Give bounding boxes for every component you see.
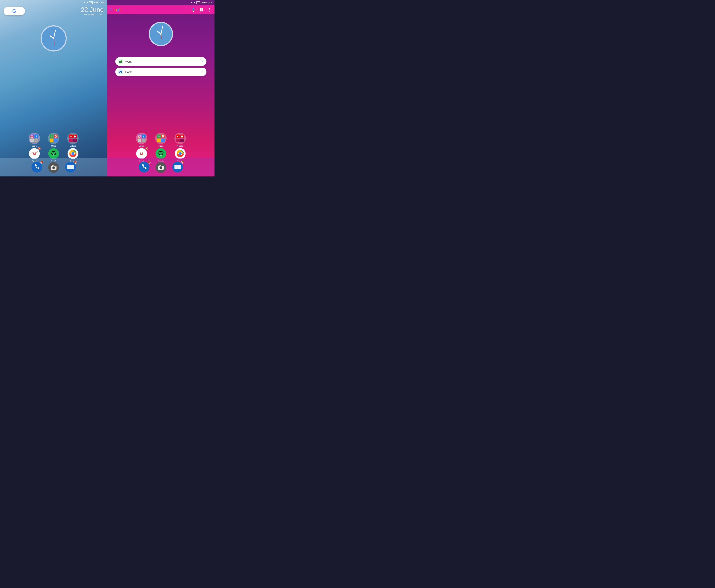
svg-point-16 <box>33 135 33 136</box>
svg-rect-55 <box>199 10 201 12</box>
svg-rect-39 <box>52 165 54 166</box>
dock-phone-right[interactable]: 3 <box>138 162 150 174</box>
dock-messages-right[interactable]: 2 <box>172 162 183 174</box>
app-maps-right[interactable]: G Maps <box>154 133 168 147</box>
svg-text:G: G <box>158 135 160 137</box>
clock-widget-left <box>40 25 67 52</box>
task-card-work-menu[interactable]: ≡ <box>202 60 204 63</box>
svg-rect-4 <box>95 2 95 3</box>
battery-icon <box>96 2 99 4</box>
svg-rect-6 <box>96 2 98 3</box>
svg-point-75 <box>163 136 163 136</box>
task-card-home[interactable]: Home ≡ <box>115 68 207 76</box>
signal-icon <box>93 2 96 4</box>
svg-rect-56 <box>202 10 203 12</box>
lte-icon-r: LTE <box>196 1 200 4</box>
svg-rect-3 <box>94 2 95 3</box>
lte-icon: LTE <box>89 1 92 4</box>
app-social-right[interactable]: f Social <box>134 133 149 147</box>
arrow-up-right[interactable]: ∧ <box>160 153 162 157</box>
svg-rect-45 <box>202 2 202 3</box>
app-maps-label-right: Maps <box>159 145 163 147</box>
svg-text:G: G <box>51 135 52 137</box>
app-row-1-left: f Social G <box>0 133 107 147</box>
svg-point-91 <box>160 167 162 169</box>
svg-rect-54 <box>202 8 203 10</box>
task-card-home-menu[interactable]: ≡ <box>202 70 204 74</box>
status-icons-left: ✦ LTE <box>83 1 105 4</box>
google-text-logo: Google <box>109 7 122 12</box>
dock-left: 3 2 <box>0 158 107 176</box>
task-card-work-label: Work <box>125 60 199 63</box>
dock-camera-left[interactable] <box>48 162 59 173</box>
messages-badge-right: 2 <box>181 161 184 164</box>
google-search-bar[interactable]: G <box>4 7 25 15</box>
svg-rect-66 <box>138 134 141 138</box>
mic-icon[interactable] <box>190 7 197 13</box>
dock-right: 3 2 <box>107 158 214 176</box>
svg-point-42 <box>194 3 195 3</box>
app-videos-label-left: Videos <box>70 145 76 147</box>
svg-rect-7 <box>99 2 99 3</box>
svg-point-22 <box>55 136 56 136</box>
status-time-left: 7:00 <box>101 1 105 4</box>
bluetooth-icon: ✦ <box>83 1 85 4</box>
svg-rect-48 <box>204 2 205 3</box>
svg-point-40 <box>56 166 56 167</box>
app-videos-right[interactable]: Videos <box>173 133 187 147</box>
svg-point-93 <box>163 166 163 167</box>
google-logo: G <box>12 8 16 14</box>
phone-badge-right: 3 <box>148 161 150 164</box>
svg-point-58 <box>209 9 210 10</box>
app-social-left[interactable]: f Social <box>27 133 41 147</box>
app-maps-left[interactable]: G Maps <box>46 133 61 147</box>
svg-rect-50 <box>193 8 194 10</box>
google-topbar-right[interactable]: Google <box>107 5 214 14</box>
arrow-up-left[interactable]: ∧ <box>52 153 55 157</box>
svg-rect-43 <box>201 3 201 3</box>
messages-badge-left: 2 <box>74 161 77 164</box>
svg-rect-65 <box>119 61 122 63</box>
clock-widget-right <box>148 21 173 47</box>
svg-rect-13 <box>30 134 34 138</box>
battery-icon-r <box>204 2 207 4</box>
home-icon <box>118 69 123 75</box>
task-card-work[interactable]: Work ≡ <box>115 57 207 66</box>
app-videos-left[interactable]: Videos <box>66 133 80 147</box>
work-icon <box>118 59 123 64</box>
svg-point-38 <box>52 167 55 169</box>
wifi-icon-r <box>193 2 196 4</box>
svg-rect-44 <box>201 2 202 3</box>
grid-icon[interactable] <box>198 7 205 13</box>
dock-messages-left[interactable]: 2 <box>65 162 76 174</box>
dock-phone-left[interactable]: 3 <box>31 162 43 174</box>
date-sub: THURSDAY, 2017 <box>81 14 104 16</box>
status-time-right: 7:00 <box>208 1 212 4</box>
date-display: 22 June THURSDAY, 2017 <box>81 6 104 16</box>
more-icon[interactable] <box>206 7 212 13</box>
svg-point-59 <box>209 11 210 12</box>
svg-point-64 <box>160 33 162 35</box>
bluetooth-icon-r: ✦ <box>191 1 192 4</box>
dock-camera-right[interactable] <box>155 162 167 173</box>
svg-point-33 <box>71 152 75 155</box>
status-bar-left: ✦ LTE <box>0 0 107 5</box>
app-social-label-left: Social <box>31 145 37 147</box>
svg-point-57 <box>209 8 210 9</box>
date-main: 22 June <box>81 6 104 14</box>
svg-rect-46 <box>202 2 203 3</box>
svg-text:M: M <box>140 152 143 156</box>
app-social-label-right: Social <box>139 145 144 147</box>
svg-rect-49 <box>206 2 207 3</box>
gmail-badge-left: 5 <box>38 147 41 150</box>
phone-badge-left: 3 <box>40 161 43 164</box>
svg-point-69 <box>140 135 141 136</box>
svg-rect-53 <box>199 8 201 10</box>
left-phone-screen: ✦ LTE <box>0 0 107 176</box>
status-bar-right: ✦ LTE <box>107 0 214 5</box>
task-cards: Work ≡ Home ≡ <box>115 57 207 76</box>
app-maps-label-left: Maps <box>51 145 56 147</box>
svg-rect-92 <box>160 165 161 166</box>
svg-text:M: M <box>33 152 36 156</box>
svg-rect-1 <box>93 3 94 3</box>
